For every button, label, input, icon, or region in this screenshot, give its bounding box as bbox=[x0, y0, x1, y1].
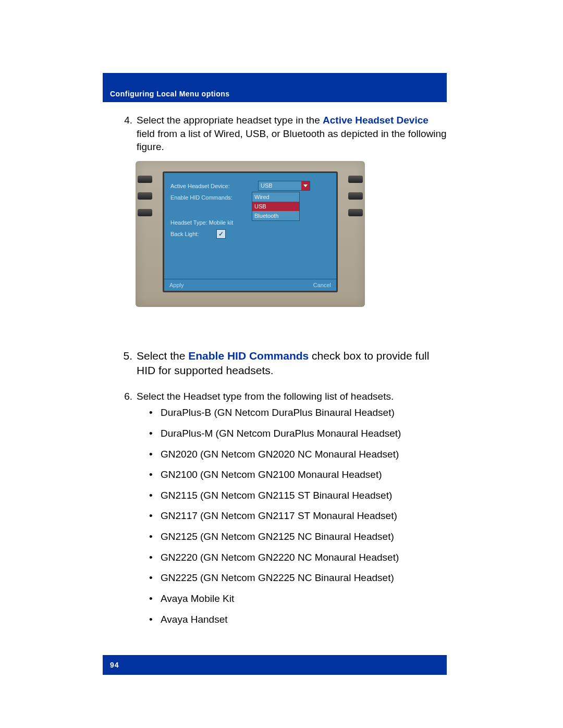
list-item: Avaya Handset bbox=[149, 613, 448, 626]
dropdown-field[interactable]: USB bbox=[258, 181, 310, 191]
page-footer: 94 bbox=[103, 655, 447, 675]
step-text: Select the bbox=[137, 350, 188, 362]
checkbox-checked-icon[interactable] bbox=[216, 229, 226, 239]
list-item: GN2125 (GN Netcom GN2125 NC Binaural Hea… bbox=[149, 530, 448, 544]
phone-screen: Active Headset Device: USB Wired USB Blu… bbox=[163, 171, 338, 292]
page-number: 94 bbox=[110, 661, 119, 669]
hardkey bbox=[138, 192, 152, 200]
field-label: Back Light: bbox=[170, 230, 212, 238]
dropdown-option-selected[interactable]: USB bbox=[252, 202, 299, 211]
device-screenshot-figure: Active Headset Device: USB Wired USB Blu… bbox=[136, 161, 365, 307]
step-4: 4. Select the appropriate headset type i… bbox=[115, 114, 448, 154]
step-number: 6. bbox=[115, 390, 137, 634]
list-item: Avaya Mobile Kit bbox=[149, 592, 448, 606]
phone-bezel: Active Headset Device: USB Wired USB Blu… bbox=[136, 161, 365, 307]
field-label: Active Headset Device: bbox=[170, 182, 254, 190]
step-number: 4. bbox=[115, 114, 137, 154]
list-item: GN2220 (GN Netcom GN2220 NC Monaural Hea… bbox=[149, 551, 448, 564]
dropdown-option[interactable]: Bluetooth bbox=[252, 211, 299, 220]
hardkey bbox=[138, 209, 152, 216]
list-item: DuraPlus-B (GN Netcom DuraPlus Binaural … bbox=[149, 406, 448, 419]
hardkey bbox=[138, 176, 152, 183]
screen-row: Active Headset Device: USB bbox=[170, 180, 330, 192]
dropdown-option[interactable]: Wired bbox=[252, 192, 299, 202]
step-6: 6. Select the Headset type from the foll… bbox=[115, 390, 448, 634]
list-item: GN2115 (GN Netcom GN2115 ST Binaural Hea… bbox=[149, 489, 448, 502]
headset-list: DuraPlus-B (GN Netcom DuraPlus Binaural … bbox=[137, 406, 448, 626]
bold-term: Active Headset Device bbox=[323, 115, 429, 126]
screen-row: Enable HID Commands: bbox=[170, 192, 330, 203]
step-text: Select the Headset type from the followi… bbox=[137, 391, 394, 402]
list-item: GN2020 (GN Netcom GN2020 NC Monaural Hea… bbox=[149, 448, 448, 461]
step-body: Select the appropriate headset type in t… bbox=[137, 114, 448, 154]
left-hardkeys bbox=[138, 176, 152, 216]
field-label: Headset Type: Mobile kit bbox=[170, 219, 233, 227]
step-5: 5. Select the Enable HID Commands check … bbox=[115, 349, 448, 378]
field-label: Enable HID Commands: bbox=[170, 194, 254, 202]
list-item: GN2225 (GN Netcom GN2225 NC Binaural Hea… bbox=[149, 571, 448, 585]
step-body: Select the Headset type from the followi… bbox=[137, 390, 448, 634]
list-item: GN2117 (GN Netcom GN2117 ST Monaural Hea… bbox=[149, 509, 448, 523]
section-title: Configuring Local Menu options bbox=[110, 90, 230, 98]
list-item: GN2100 (GN Netcom GN2100 Monaural Headse… bbox=[149, 468, 448, 482]
document-page: Configuring Local Menu options 4. Select… bbox=[0, 0, 563, 728]
screen-row: Headset Type: Mobile kit bbox=[170, 217, 330, 228]
section-header: Configuring Local Menu options bbox=[103, 73, 447, 102]
hardkey bbox=[348, 176, 363, 183]
softkey-apply[interactable]: Apply bbox=[169, 281, 184, 289]
step-text: Select the appropriate headset type in t… bbox=[137, 115, 323, 126]
step-text: field from a list of Wired, USB, or Blue… bbox=[137, 128, 447, 153]
hardkey bbox=[348, 209, 363, 216]
dropdown-arrow-icon[interactable] bbox=[301, 181, 310, 190]
screen-row: Back Light: bbox=[170, 228, 330, 240]
list-item: DuraPlus-M (GN Netcom DuraPlus Monaural … bbox=[149, 427, 448, 440]
right-hardkeys bbox=[348, 176, 363, 216]
bold-term: Enable HID Commands bbox=[188, 350, 309, 362]
step-number: 5. bbox=[115, 349, 137, 378]
dropdown-value: USB bbox=[261, 182, 273, 189]
screen-footer: Apply Cancel bbox=[164, 279, 336, 291]
content-area: 4. Select the appropriate headset type i… bbox=[115, 114, 448, 639]
softkey-cancel[interactable]: Cancel bbox=[313, 281, 331, 289]
hardkey bbox=[348, 192, 363, 200]
step-body: Select the Enable HID Commands check box… bbox=[137, 349, 448, 378]
dropdown-list: Wired USB Bluetooth bbox=[252, 192, 300, 221]
